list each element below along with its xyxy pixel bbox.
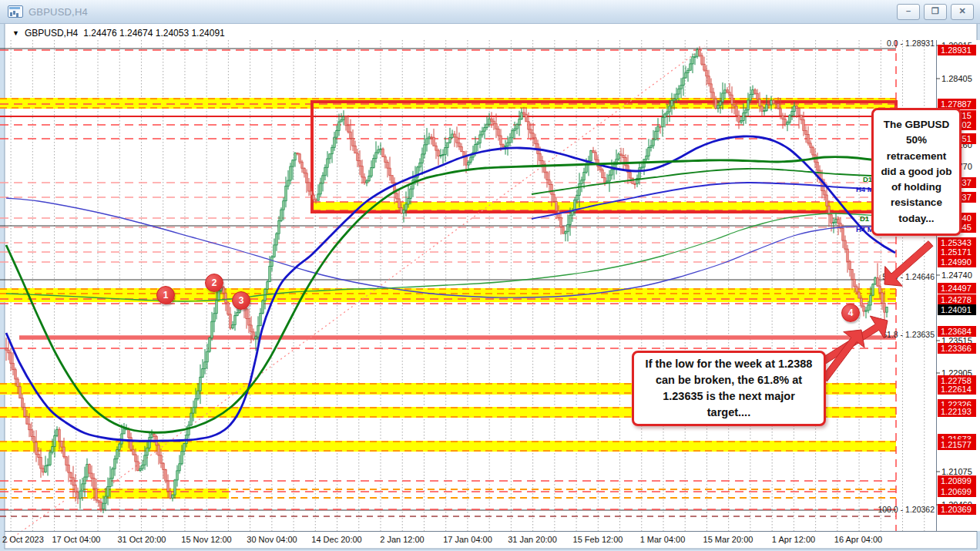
- svg-text:1.20899: 1.20899: [941, 476, 972, 485]
- time-axis-label: 15 Feb 12:00: [573, 535, 623, 544]
- minimize-button[interactable]: –: [897, 4, 920, 20]
- time-axis-label: 30 Nov 04:00: [247, 535, 297, 544]
- fib-label: 100.0 - 1.20362: [878, 505, 935, 514]
- svg-text:1.24497: 1.24497: [941, 284, 972, 293]
- svg-text:1.24990: 1.24990: [941, 257, 972, 267]
- fib-label: 61.8 - 1.23635: [882, 330, 935, 339]
- annotation-box-target[interactable]: If the low for the week at 1.2388 can be…: [632, 351, 826, 426]
- ohlc-values: 1.24476 1.24674 1.24053 1.24091: [83, 28, 225, 39]
- time-axis-label: 31 Jan 20:00: [508, 535, 557, 544]
- window-controls: – ❐ ✕: [897, 4, 974, 20]
- close-button[interactable]: ✕: [951, 4, 974, 20]
- callout-circle-4[interactable]: 4: [841, 304, 860, 322]
- callout-circle-2[interactable]: 2: [205, 274, 223, 292]
- chart-svg[interactable]: D1 MH4 MD1 MH4 M0.0 - 1.2893150.0 - 1.24…: [0, 0, 980, 551]
- svg-text:1.22614: 1.22614: [941, 385, 972, 394]
- time-axis-label: 14 Dec 20:00: [311, 535, 361, 544]
- time-axis-label: 17 Oct 04:00: [52, 535, 101, 544]
- time-axis-label: 15 Mar 20:00: [703, 535, 753, 544]
- svg-text:1.20369: 1.20369: [941, 505, 972, 514]
- chart-window-icon: [8, 5, 23, 18]
- svg-text:1.25343: 1.25343: [941, 238, 972, 247]
- time-axis-label: 17 Jan 04:00: [443, 535, 492, 544]
- price-tick: 1.24740: [941, 270, 972, 280]
- fib-label: 0.0 - 1.28931: [887, 39, 935, 48]
- window-titlebar[interactable]: GBPUSD,H4 – ❐ ✕: [0, 0, 980, 24]
- time-axis-label: 15 Nov 12:00: [181, 535, 231, 544]
- callout-circle-3[interactable]: 3: [232, 291, 250, 310]
- svg-text:1.24091: 1.24091: [941, 305, 972, 314]
- application-window: D1 MH4 MD1 MH4 M0.0 - 1.2893150.0 - 1.24…: [0, 0, 980, 551]
- time-axis-label: 2 Jan 12:00: [380, 535, 425, 544]
- annotation-box-resistance[interactable]: The GBPUSD 50% retracement did a good jo…: [871, 108, 962, 236]
- svg-text:1.25171: 1.25171: [941, 247, 972, 257]
- callout-circle-1[interactable]: 1: [156, 286, 175, 304]
- price-tick: 1.28405: [941, 74, 972, 83]
- time-axis-label: 1 Mar 04:00: [640, 535, 686, 544]
- time-axis-label: 2 Oct 2023: [2, 535, 44, 544]
- svg-text:1.28931: 1.28931: [941, 45, 972, 55]
- symbol-dropdown-icon[interactable]: ▼: [12, 29, 19, 37]
- window-title: GBPUSD,H4: [29, 6, 88, 18]
- svg-text:1.22193: 1.22193: [941, 407, 972, 416]
- svg-text:1.20699: 1.20699: [941, 487, 972, 496]
- svg-text:1.21577: 1.21577: [941, 440, 972, 449]
- time-axis-label: 16 Apr 04:00: [834, 535, 882, 544]
- svg-text:1.23684: 1.23684: [941, 327, 972, 336]
- ohlc-header[interactable]: ▼ GBPUSD,H4 1.24476 1.24674 1.24053 1.24…: [12, 28, 225, 39]
- time-axis-label: 31 Oct 20:00: [118, 535, 166, 544]
- svg-text:1.23366: 1.23366: [941, 344, 972, 353]
- svg-text:1.24278: 1.24278: [941, 295, 972, 304]
- restore-button[interactable]: ❐: [924, 4, 947, 20]
- time-axis-label: 1 Apr 12:00: [772, 535, 815, 544]
- price-tick: 1.21075: [941, 467, 972, 476]
- ohlc-symbol: GBPUSD,H4: [25, 28, 78, 39]
